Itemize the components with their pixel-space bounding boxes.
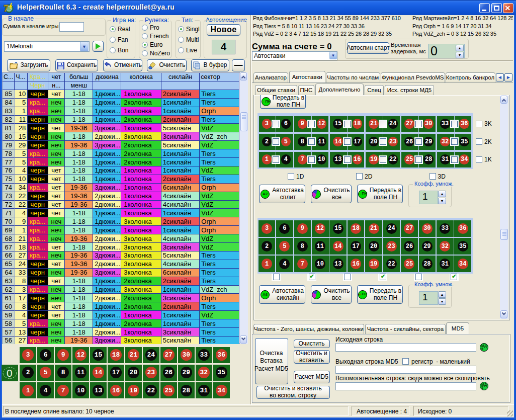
- svg-text:0: 0: [7, 367, 13, 379]
- svg-text:7: 7: [4, 3, 9, 14]
